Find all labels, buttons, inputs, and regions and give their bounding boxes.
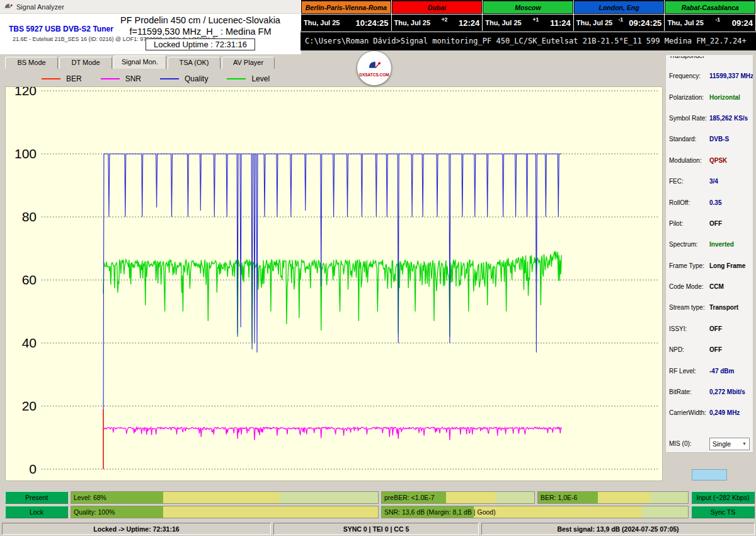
param-label: Symbol Rate: (669, 115, 709, 122)
lock-indicator[interactable]: Lock (5, 506, 68, 518)
legend-line-quality (160, 78, 179, 79)
param-value: OFF (709, 325, 722, 332)
world-clock-panel: Berlin-Paris-Vienna-RomaThu, Jul 2510:24… (301, 0, 756, 50)
clock-time: 09:24:25 (629, 18, 662, 28)
y-tick-label: 20 (22, 399, 37, 413)
param-standard: Standard:DVB-S (666, 129, 753, 149)
params-panel-button[interactable] (692, 469, 727, 481)
clock-time-display: Thu, Jul 2510:24:25 (301, 14, 391, 31)
param-value: DVB-S (709, 136, 729, 143)
statusbar-lock-uptime: Locked -> Uptime: 72:31:16 (2, 523, 271, 535)
series-level (103, 252, 561, 344)
param-spectrum: Spectrum:Inverted (666, 234, 753, 255)
bar-segment (163, 506, 378, 518)
clock-city-label: London, Eng (575, 1, 664, 13)
param-label: FEC: (669, 178, 709, 185)
legend-item-quality: Quality (160, 74, 208, 83)
bar-segment (474, 506, 642, 518)
param-issyi: ISSYI:OFF (666, 318, 753, 339)
clock-city-label: Berlin-Paris-Vienna-Roma (302, 1, 391, 13)
clock-utc-offset: -1 (619, 16, 624, 23)
signal-chart: 020406080100120 (6, 87, 662, 481)
app-icon (4, 3, 13, 11)
param-label: Code Mode: (669, 283, 709, 290)
y-tick-label: 80 (22, 209, 37, 224)
param-pilot: Pilot:OFF (666, 213, 753, 234)
param-value: -47 dBm (709, 368, 734, 375)
bar-segment (280, 492, 378, 503)
legend-line-level (227, 78, 246, 79)
param-value: OFF (709, 220, 722, 227)
tab-av-player[interactable]: AV Player (222, 57, 275, 69)
param-value: Transport (709, 304, 738, 311)
param-value: 0,272 Mbit/s (709, 388, 745, 395)
clock-date: Thu, Jul 25 (485, 19, 521, 26)
param-value: QPSK (709, 157, 727, 164)
param-label: Modulation: (669, 157, 709, 164)
param-label: Frame Type: (669, 262, 709, 269)
locked-uptime-box: Locked Uptime : 72:31:16 (146, 38, 255, 50)
satellite-dish-icon (367, 59, 382, 72)
bar-segment (163, 492, 280, 503)
legend-label: SNR (125, 74, 141, 83)
statusbar-best-signal: Best signal: 13,9 dB (2024-07-25 07:05) (481, 523, 755, 535)
bar-segment (598, 492, 650, 503)
param-bitrate: BitRate:0,272 Mbit/s (666, 382, 753, 402)
mode-tabbar: BS ModeDT ModeSignal Mon.TSA (OK)AV Play… (5, 55, 276, 69)
y-tick-label: 40 (22, 335, 37, 350)
clock-time: 09:24 (732, 18, 753, 28)
param-label: Frequency: (669, 73, 709, 79)
clock-utc-offset: +2 (442, 16, 448, 23)
param-fec: FEC:3/4 (666, 171, 753, 192)
legend-label: BER (66, 74, 82, 83)
param-label: Standard: (669, 136, 709, 143)
input-indicator[interactable]: Input (~282 Kbps) (691, 491, 755, 504)
legend-item-snr: SNR (101, 74, 141, 83)
clock-city-label: Dubai (392, 1, 482, 13)
param-label: NPD: (669, 346, 709, 353)
legend-item-level: Level (227, 74, 270, 83)
param-label: CarrierWidth: (669, 409, 709, 416)
param-symbol-rate: Symbol Rate:185,262 KS/s (666, 108, 753, 129)
window-title: Signal Analyzer (16, 3, 64, 11)
param-label: Stream type: (669, 304, 709, 311)
status-row-2: LockQuality: 100%SNR: 13,6 dB (Margin: 8… (0, 506, 756, 518)
mis-selected-value: Single (713, 440, 731, 448)
tab-bs-mode[interactable]: BS Mode (5, 57, 58, 69)
chart-legend: BERSNRQualityLevel (42, 74, 289, 84)
tab-tsa-ok[interactable]: TSA (OK) (168, 57, 220, 69)
tuner-name: TBS 5927 USB DVB-S2 Tuner (9, 25, 113, 33)
clock-grid: Berlin-Paris-Vienna-RomaThu, Jul 2510:24… (301, 0, 756, 31)
clock-time: 11:24 (550, 18, 571, 28)
clock-berlin-paris-vienna-roma: Berlin-Paris-Vienna-RomaThu, Jul 2510:24… (301, 0, 392, 31)
param-value: OFF (709, 346, 722, 353)
param-value: 3/4 (709, 178, 718, 185)
level-bar: Level: 68% (71, 491, 379, 504)
y-tick-label: 120 (14, 87, 37, 98)
clock-moscow: MoscowThu, Jul 25+111:24 (483, 0, 574, 31)
preber-bar-label: preBER: <1.0E-7 (384, 492, 435, 503)
sync-ts-indicator[interactable]: Sync TS (691, 506, 755, 518)
quality-bar-fill (71, 506, 378, 518)
present-indicator[interactable]: Present (5, 491, 68, 504)
dxsatcs-logo: DXSATCS.COM (357, 50, 392, 86)
quality-bar: Quality: 100% (71, 506, 379, 518)
series-snr (103, 428, 561, 441)
param-npd: NPD:OFF (666, 339, 753, 360)
window-titlebar: Signal Analyzer (0, 0, 301, 14)
tab-signal-mon[interactable]: Signal Mon. (113, 55, 166, 69)
mis-dropdown[interactable]: Single▼ (709, 438, 750, 450)
frequency-line: f=11599,530 MHz_H_ : Medina FM (100, 26, 301, 37)
param-value: Long Frame (709, 262, 745, 269)
param-rf-level: RF Level:-47 dBm (666, 360, 753, 381)
param-mis: MIS (0):Single▼ (666, 438, 753, 450)
param-value: 185,262 KS/s (709, 115, 748, 122)
tab-dt-mode[interactable]: DT Mode (59, 57, 112, 69)
y-tick-label: 100 (14, 146, 37, 161)
signal-chart-panel: 020406080100120 (5, 86, 663, 481)
clock-date: Thu, Jul 25 (394, 19, 430, 26)
legend-item-ber: BER (42, 74, 82, 83)
site-line: PF Prodelin 450 cm / Lucenec-Slovakia (100, 15, 301, 25)
quality-bar-label: Quality: 100% (74, 506, 115, 518)
console-line: C:\Users\Roman Dávid>Signal monitoring_P… (301, 32, 756, 50)
